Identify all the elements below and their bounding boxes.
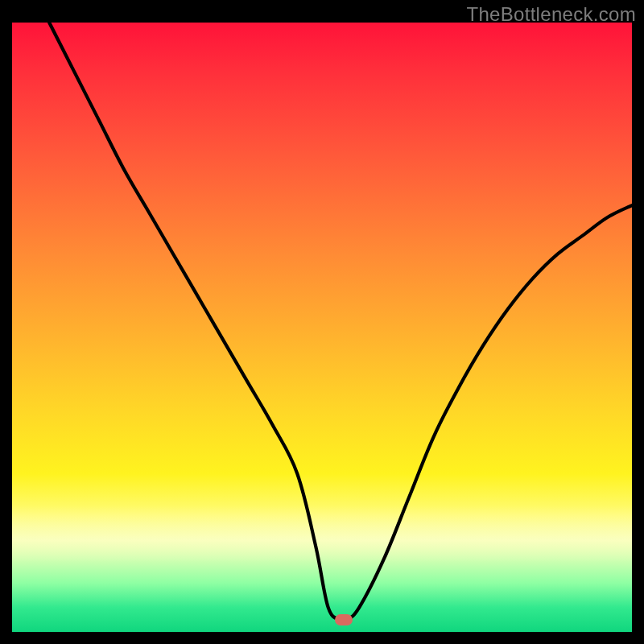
chart-stage: TheBottleneck.com: [0, 0, 644, 644]
watermark-text: TheBottleneck.com: [466, 3, 636, 26]
bottleneck-curve-path: [49, 23, 632, 621]
bottleneck-curve: [12, 23, 632, 632]
plot-area: [12, 23, 632, 632]
